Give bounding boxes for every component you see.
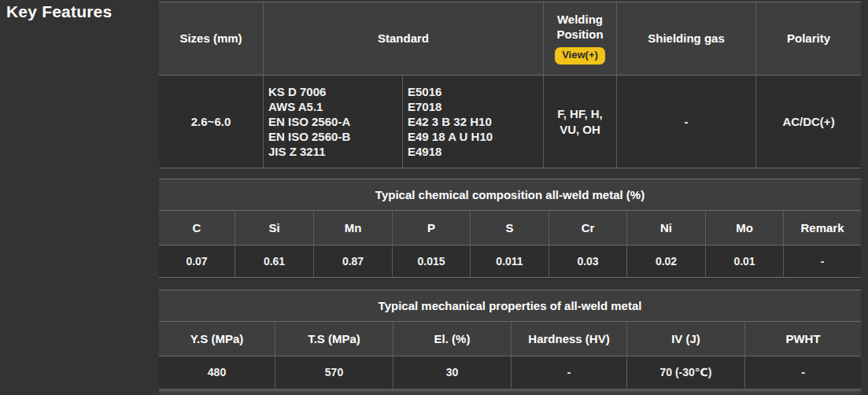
chemical-composition-title: Typical chemical composition all-weld me… [159, 179, 861, 211]
chem-value-c: 0.07 [159, 245, 235, 278]
page-title: Key Features [6, 2, 112, 21]
next-section-edge [159, 390, 861, 395]
chem-header-cr: Cr [549, 211, 627, 245]
standard-code: JIS Z 3211 [268, 144, 326, 159]
key-features-page: Key Features Sizes (mm) Standard Welding… [0, 0, 868, 395]
chem-value-cr: 0.03 [549, 245, 627, 278]
mech-header-pwht: PWHT [745, 322, 861, 356]
chem-value-ni: 0.02 [627, 245, 706, 278]
spec-header-sizes: Sizes (mm) [159, 2, 264, 76]
spec-table: Sizes (mm) Standard Welding Position Vie… [159, 2, 861, 168]
welding-position-view-button[interactable]: View(+) [555, 47, 605, 65]
standard-code: KS D 7006 [268, 84, 326, 99]
spec-value-standard-codes: KS D 7006 AWS A5.1 EN ISO 2560-A EN ISO … [264, 76, 403, 168]
chem-value-mn: 0.87 [314, 245, 393, 278]
standard-code: AWS A5.1 [268, 99, 323, 114]
spec-value-sizes: 2.6~6.0 [159, 76, 264, 168]
spec-value-polarity: AC/DC(+) [756, 76, 861, 168]
spec-value-shielding-gas: - [617, 76, 756, 168]
mech-value-ts: 570 [275, 356, 393, 389]
mech-header-ys: Y.S (MPa) [159, 322, 275, 356]
standard-code: EN ISO 2560-A [268, 114, 350, 129]
mechanical-properties-table: Typical mechanical properties of all-wel… [159, 290, 861, 389]
standard-class: E5016 [408, 84, 441, 99]
spec-header-standard: Standard [264, 2, 544, 76]
chem-header-p: P [393, 211, 471, 245]
standard-class: E4918 [408, 144, 441, 159]
standard-class: E42 3 B 32 H10 [408, 114, 492, 129]
chem-header-si: Si [235, 211, 314, 245]
mechanical-properties-title: Typical mechanical properties of all-wel… [159, 290, 861, 322]
mech-value-el: 30 [393, 356, 512, 389]
spec-header-shielding-gas: Shielding gas [617, 2, 756, 76]
spec-header-welding-position: Welding Position View(+) [544, 2, 617, 76]
spec-header-polarity: Polarity [756, 2, 861, 76]
spec-value-standard-classes: E5016 E7018 E42 3 B 32 H10 E49 18 A U H1… [403, 76, 544, 168]
chemical-composition-table: Typical chemical composition all-weld me… [159, 179, 861, 278]
chem-header-mo: Mo [706, 211, 784, 245]
spec-value-welding-position: F, HF, H, VU, OH [544, 76, 617, 168]
mech-header-iv: IV (J) [627, 322, 745, 356]
chem-header-mn: Mn [314, 211, 393, 245]
mech-value-pwht: - [745, 356, 861, 389]
mech-value-hardness: - [512, 356, 627, 389]
chem-value-si: 0.61 [235, 245, 314, 278]
standard-class: E49 18 A U H10 [408, 129, 493, 144]
chem-header-s: S [471, 211, 549, 245]
mech-value-ys: 480 [159, 356, 275, 389]
chem-header-ni: Ni [627, 211, 706, 245]
chem-header-remark: Remark [784, 211, 861, 245]
standard-code: EN ISO 2560-B [268, 129, 350, 144]
chem-value-s: 0.011 [471, 245, 549, 278]
mech-header-hardness: Hardness (HV) [512, 322, 627, 356]
chem-value-remark: - [784, 245, 861, 278]
mech-header-el: El. (%) [393, 322, 512, 356]
chem-value-p: 0.015 [393, 245, 471, 278]
chem-value-mo: 0.01 [706, 245, 784, 278]
standard-class: E7018 [408, 99, 441, 114]
mech-header-ts: T.S (MPa) [275, 322, 393, 356]
mech-value-iv: 70 (-30℃) [627, 356, 745, 389]
chem-header-c: C [159, 211, 235, 245]
welding-position-label-line1: Welding [557, 13, 603, 28]
welding-position-label-line2: Position [556, 28, 603, 42]
